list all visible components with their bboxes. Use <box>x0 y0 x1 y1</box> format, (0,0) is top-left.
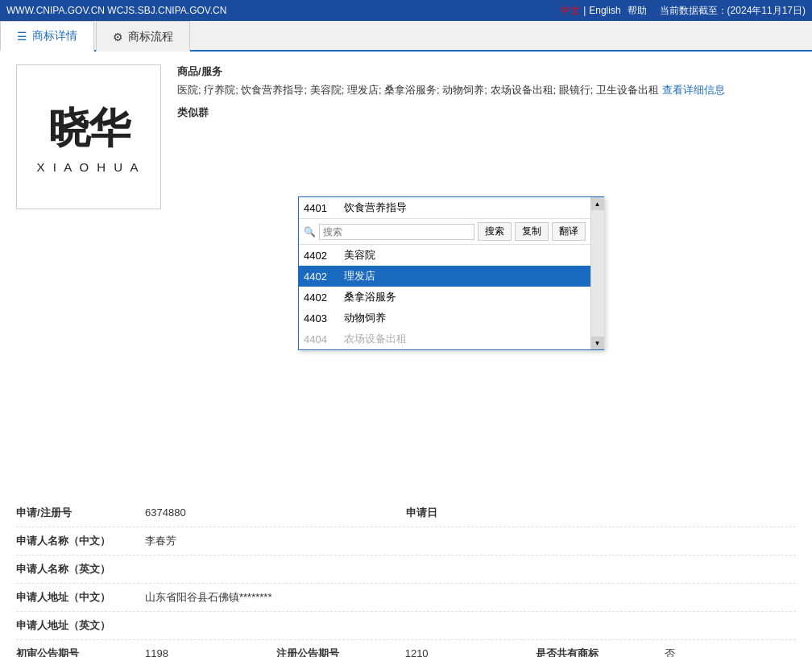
list-icon: ☰ <box>17 30 27 43</box>
logo-chinese-text: 晓华 <box>48 101 129 157</box>
topbar-help[interactable]: 帮助 <box>628 4 647 18</box>
tab-trademark-flow[interactable]: ⚙ 商标流程 <box>96 21 190 52</box>
value-reg-pub: 1210 <box>405 647 536 657</box>
value-reg-num: 6374880 <box>145 506 406 519</box>
row-address-en: 申请人地址（英文） <box>16 612 796 640</box>
goods-services-section: 商品/服务 医院; 疗养院; 饮食营养指导; 美容院; 理发店; 桑拿浴服务; … <box>177 64 796 99</box>
similar-group-dropdown[interactable]: 4401 饮食营养指导 🔍 搜索 复制 翻译 4402 美容院 4402 理发店 <box>298 196 604 350</box>
dropdown-header-row: 4401 饮食营养指导 <box>299 197 590 219</box>
dropdown-translate-btn[interactable]: 翻译 <box>552 222 586 241</box>
topbar-lang-en[interactable]: English <box>589 5 620 16</box>
topbar: WWW.CNIPA.GOV.CN WCJS.SBJ.CNIPA.GOV.CN 中… <box>0 0 812 21</box>
dropdown-item-4402-beauty[interactable]: 4402 美容院 <box>299 245 590 266</box>
goods-label: 商品/服务 <box>177 64 796 79</box>
info-panel: 商品/服务 医院; 疗养院; 饮食营养指导; 美容院; 理发店; 桑拿浴服务; … <box>177 64 796 209</box>
cell-initial-pub: 初审公告期号 1198 <box>16 647 276 657</box>
goods-detail-link[interactable]: 查看详细信息 <box>662 84 725 96</box>
label-address-cn: 申请人地址（中文） <box>16 590 145 605</box>
similar-label: 类似群 <box>177 106 209 118</box>
cell-reg-pub: 注册公告期号 1210 <box>276 647 536 657</box>
tab-detail-label: 商标详情 <box>32 29 77 43</box>
main-content: 晓华 X I A O H U A 商品/服务 医院; 疗养院; 饮食营养指导; … <box>0 52 812 657</box>
topbar-domain: WWW.CNIPA.GOV.CN WCJS.SBJ.CNIPA.GOV.CN <box>6 5 561 16</box>
cell-reg-num: 申请/注册号 6374880 <box>16 506 406 520</box>
flow-icon: ⚙ <box>113 31 123 43</box>
fields-section: 申请/注册号 6374880 申请日 申请人名称（中文） 李春芳 申请人名称（英… <box>16 499 796 657</box>
tab-trademark-detail[interactable]: ☰ 商标详情 <box>0 21 94 52</box>
cell-shared: 是否共有商标 否 <box>536 647 796 657</box>
search-icon: 🔍 <box>304 226 316 238</box>
value-initial-pub: 1198 <box>145 647 276 657</box>
value-applicant-cn: 李春芳 <box>145 534 796 548</box>
scrollbar-track <box>591 210 604 337</box>
dropdown-item-4404[interactable]: 4404 农场设备出租 <box>299 328 590 349</box>
row-pub-num: 初审公告期号 1198 注册公告期号 1210 是否共有商标 否 <box>16 640 796 657</box>
value-address-cn: 山东省阳谷县石佛镇******** <box>145 590 796 605</box>
row-address-cn: 申请人地址（中文） 山东省阳谷县石佛镇******** <box>16 584 796 612</box>
dropdown-search-btn[interactable]: 搜索 <box>478 222 512 241</box>
label-initial-pub: 初审公告期号 <box>16 647 145 657</box>
label-applicant-cn: 申请人名称（中文） <box>16 534 145 548</box>
label-address-en: 申请人地址（英文） <box>16 618 145 633</box>
similar-group-section: 类似群 <box>177 105 796 120</box>
dropdown-scrollbar[interactable]: ▲ ▼ <box>590 197 603 349</box>
dropdown-item-4402-sauna[interactable]: 4402 桑拿浴服务 <box>299 287 590 308</box>
trademark-logo: 晓华 X I A O H U A <box>16 64 161 209</box>
tab-flow-label: 商标流程 <box>128 30 173 44</box>
topbar-lang-cn: 中文 <box>561 4 580 18</box>
logo-pinyin-text: X I A O H U A <box>36 160 140 174</box>
row-applicant-en: 申请人名称（英文） <box>16 556 796 584</box>
scrollbar-down-btn[interactable]: ▼ <box>591 337 604 349</box>
label-reg-pub: 注册公告期号 <box>276 647 405 657</box>
dropdown-item-4403-animal[interactable]: 4403 动物饲养 <box>299 308 590 328</box>
topbar-date: 当前数据截至：(2024年11月17日) <box>660 4 806 18</box>
label-shared: 是否共有商标 <box>536 647 665 657</box>
value-shared: 否 <box>665 647 796 657</box>
top-section: 晓华 X I A O H U A 商品/服务 医院; 疗养院; 饮食营养指导; … <box>16 64 796 209</box>
dropdown-list-area: 4401 饮食营养指导 🔍 搜索 复制 翻译 4402 美容院 4402 理发店 <box>299 197 603 349</box>
dropdown-search-row: 🔍 搜索 复制 翻译 <box>299 219 590 245</box>
label-apply-date: 申请日 <box>406 506 535 520</box>
dropdown-copy-btn[interactable]: 复制 <box>515 222 549 241</box>
cell-apply-date: 申请日 <box>406 506 796 520</box>
dropdown-search-input[interactable] <box>319 224 474 240</box>
scrollbar-up-btn[interactable]: ▲ <box>591 197 604 210</box>
row-applicant-cn: 申请人名称（中文） 李春芳 <box>16 527 796 556</box>
goods-text: 医院; 疗养院; 饮食营养指导; 美容院; 理发店; 桑拿浴服务; 动物饲养; … <box>177 84 662 96</box>
label-applicant-en: 申请人名称（英文） <box>16 562 145 576</box>
tabs-bar: ☰ 商标详情 ⚙ 商标流程 <box>0 21 812 52</box>
dropdown-item-4402-hair[interactable]: 4402 理发店 <box>299 266 590 287</box>
row-reg-num: 申请/注册号 6374880 申请日 <box>16 499 796 527</box>
label-reg-num: 申请/注册号 <box>16 506 145 520</box>
